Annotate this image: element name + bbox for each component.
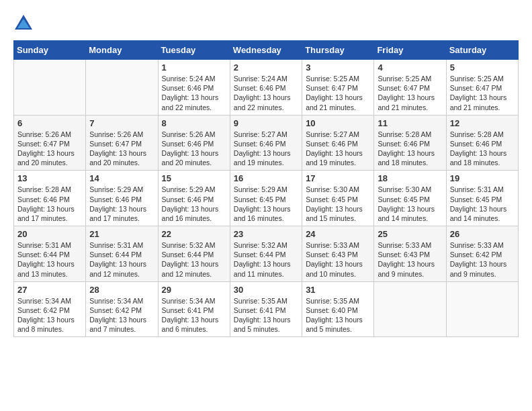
day-number: 11 <box>378 118 442 128</box>
day-number: 1 <box>162 62 226 73</box>
calendar-cell: 13Sunrise: 5:28 AM Sunset: 6:46 PM Dayli… <box>14 171 86 226</box>
calendar-cell: 27Sunrise: 5:34 AM Sunset: 6:42 PM Dayli… <box>14 281 86 337</box>
calendar-cell: 6Sunrise: 5:26 AM Sunset: 6:47 PM Daylig… <box>14 115 86 171</box>
calendar-cell: 12Sunrise: 5:28 AM Sunset: 6:46 PM Dayli… <box>446 115 518 171</box>
calendar-cell: 24Sunrise: 5:33 AM Sunset: 6:43 PM Dayli… <box>302 226 374 282</box>
calendar-cell: 7Sunrise: 5:26 AM Sunset: 6:47 PM Daylig… <box>86 115 158 171</box>
calendar-cell <box>374 281 446 337</box>
calendar-cell: 16Sunrise: 5:29 AM Sunset: 6:45 PM Dayli… <box>230 171 302 226</box>
day-info: Sunrise: 5:25 AM Sunset: 6:47 PM Dayligh… <box>306 74 370 112</box>
day-number: 15 <box>162 173 226 183</box>
day-number: 28 <box>89 285 154 295</box>
day-info: Sunrise: 5:26 AM Sunset: 6:47 PM Dayligh… <box>89 130 154 168</box>
day-number: 19 <box>450 173 515 183</box>
day-number: 22 <box>162 229 226 239</box>
calendar-cell: 3Sunrise: 5:25 AM Sunset: 6:47 PM Daylig… <box>302 60 374 116</box>
day-number: 9 <box>234 118 298 128</box>
day-number: 7 <box>89 118 154 128</box>
day-number: 31 <box>306 285 370 295</box>
calendar-cell: 21Sunrise: 5:31 AM Sunset: 6:44 PM Dayli… <box>86 226 158 282</box>
day-number: 27 <box>17 285 82 295</box>
day-info: Sunrise: 5:31 AM Sunset: 6:44 PM Dayligh… <box>17 240 82 279</box>
day-number: 26 <box>450 229 515 239</box>
day-number: 23 <box>234 229 298 239</box>
day-info: Sunrise: 5:32 AM Sunset: 6:44 PM Dayligh… <box>234 240 298 279</box>
day-number: 30 <box>234 285 298 295</box>
calendar-cell: 28Sunrise: 5:34 AM Sunset: 6:42 PM Dayli… <box>86 281 158 337</box>
weekday-tuesday: Tuesday <box>158 41 230 60</box>
calendar-cell: 11Sunrise: 5:28 AM Sunset: 6:46 PM Dayli… <box>374 115 446 171</box>
day-number: 14 <box>89 173 154 183</box>
page-header <box>13 13 519 34</box>
day-number: 13 <box>17 173 82 183</box>
day-info: Sunrise: 5:27 AM Sunset: 6:46 PM Dayligh… <box>306 130 370 168</box>
day-number: 4 <box>378 62 442 73</box>
calendar-cell: 2Sunrise: 5:24 AM Sunset: 6:46 PM Daylig… <box>230 60 302 116</box>
weekday-wednesday: Wednesday <box>230 41 302 60</box>
calendar-cell: 19Sunrise: 5:31 AM Sunset: 6:45 PM Dayli… <box>446 171 518 226</box>
day-info: Sunrise: 5:32 AM Sunset: 6:44 PM Dayligh… <box>162 240 226 279</box>
day-number: 25 <box>378 229 442 239</box>
week-row-2: 6Sunrise: 5:26 AM Sunset: 6:47 PM Daylig… <box>14 115 519 171</box>
day-info: Sunrise: 5:33 AM Sunset: 6:42 PM Dayligh… <box>450 240 515 279</box>
day-number: 5 <box>450 62 515 73</box>
calendar-cell: 20Sunrise: 5:31 AM Sunset: 6:44 PM Dayli… <box>14 226 86 282</box>
day-number: 24 <box>306 229 370 239</box>
day-info: Sunrise: 5:28 AM Sunset: 6:46 PM Dayligh… <box>450 130 515 168</box>
day-info: Sunrise: 5:28 AM Sunset: 6:46 PM Dayligh… <box>17 185 82 223</box>
week-row-1: 1Sunrise: 5:24 AM Sunset: 6:46 PM Daylig… <box>14 60 519 116</box>
day-info: Sunrise: 5:29 AM Sunset: 6:45 PM Dayligh… <box>234 185 298 223</box>
day-info: Sunrise: 5:24 AM Sunset: 6:46 PM Dayligh… <box>162 74 226 112</box>
calendar-cell: 31Sunrise: 5:35 AM Sunset: 6:40 PM Dayli… <box>302 281 374 337</box>
calendar-cell: 8Sunrise: 5:26 AM Sunset: 6:46 PM Daylig… <box>158 115 230 171</box>
calendar-cell <box>14 60 86 116</box>
weekday-friday: Friday <box>374 41 446 60</box>
calendar-cell: 22Sunrise: 5:32 AM Sunset: 6:44 PM Dayli… <box>158 226 230 282</box>
calendar-cell: 9Sunrise: 5:27 AM Sunset: 6:46 PM Daylig… <box>230 115 302 171</box>
logo <box>13 13 36 34</box>
day-number: 10 <box>306 118 370 128</box>
weekday-sunday: Sunday <box>14 41 86 60</box>
calendar-cell: 29Sunrise: 5:34 AM Sunset: 6:41 PM Dayli… <box>158 281 230 337</box>
week-row-5: 27Sunrise: 5:34 AM Sunset: 6:42 PM Dayli… <box>14 281 519 337</box>
day-info: Sunrise: 5:30 AM Sunset: 6:45 PM Dayligh… <box>306 185 370 223</box>
calendar-cell: 23Sunrise: 5:32 AM Sunset: 6:44 PM Dayli… <box>230 226 302 282</box>
day-info: Sunrise: 5:28 AM Sunset: 6:46 PM Dayligh… <box>378 130 442 168</box>
calendar-cell: 14Sunrise: 5:29 AM Sunset: 6:46 PM Dayli… <box>86 171 158 226</box>
day-number: 2 <box>234 62 298 73</box>
logo-icon <box>13 13 34 34</box>
calendar-cell: 4Sunrise: 5:25 AM Sunset: 6:47 PM Daylig… <box>374 60 446 116</box>
day-info: Sunrise: 5:35 AM Sunset: 6:40 PM Dayligh… <box>306 296 370 334</box>
weekday-saturday: Saturday <box>446 41 518 60</box>
day-number: 3 <box>306 62 370 73</box>
day-info: Sunrise: 5:25 AM Sunset: 6:47 PM Dayligh… <box>450 74 515 112</box>
calendar-cell: 15Sunrise: 5:29 AM Sunset: 6:46 PM Dayli… <box>158 171 230 226</box>
day-info: Sunrise: 5:31 AM Sunset: 6:44 PM Dayligh… <box>89 240 154 279</box>
day-info: Sunrise: 5:33 AM Sunset: 6:43 PM Dayligh… <box>378 240 442 279</box>
calendar-cell: 26Sunrise: 5:33 AM Sunset: 6:42 PM Dayli… <box>446 226 518 282</box>
day-info: Sunrise: 5:31 AM Sunset: 6:45 PM Dayligh… <box>450 185 515 223</box>
day-info: Sunrise: 5:33 AM Sunset: 6:43 PM Dayligh… <box>306 240 370 279</box>
day-number: 21 <box>89 229 154 239</box>
day-number: 20 <box>17 229 82 239</box>
weekday-monday: Monday <box>86 41 158 60</box>
calendar-table: SundayMondayTuesdayWednesdayThursdayFrid… <box>13 40 519 337</box>
day-number: 16 <box>234 173 298 183</box>
calendar-cell: 1Sunrise: 5:24 AM Sunset: 6:46 PM Daylig… <box>158 60 230 116</box>
week-row-3: 13Sunrise: 5:28 AM Sunset: 6:46 PM Dayli… <box>14 171 519 226</box>
calendar-cell: 25Sunrise: 5:33 AM Sunset: 6:43 PM Dayli… <box>374 226 446 282</box>
day-number: 8 <box>162 118 226 128</box>
day-number: 29 <box>162 285 226 295</box>
day-info: Sunrise: 5:34 AM Sunset: 6:42 PM Dayligh… <box>17 296 82 334</box>
day-info: Sunrise: 5:29 AM Sunset: 6:46 PM Dayligh… <box>89 185 154 223</box>
day-info: Sunrise: 5:29 AM Sunset: 6:46 PM Dayligh… <box>162 185 226 223</box>
day-number: 12 <box>450 118 515 128</box>
calendar-cell <box>446 281 518 337</box>
day-info: Sunrise: 5:25 AM Sunset: 6:47 PM Dayligh… <box>378 74 442 112</box>
day-info: Sunrise: 5:26 AM Sunset: 6:46 PM Dayligh… <box>162 130 226 168</box>
day-number: 6 <box>17 118 82 128</box>
day-info: Sunrise: 5:30 AM Sunset: 6:45 PM Dayligh… <box>378 185 442 223</box>
day-info: Sunrise: 5:34 AM Sunset: 6:41 PM Dayligh… <box>162 296 226 334</box>
day-info: Sunrise: 5:35 AM Sunset: 6:41 PM Dayligh… <box>234 296 298 334</box>
day-number: 18 <box>378 173 442 183</box>
